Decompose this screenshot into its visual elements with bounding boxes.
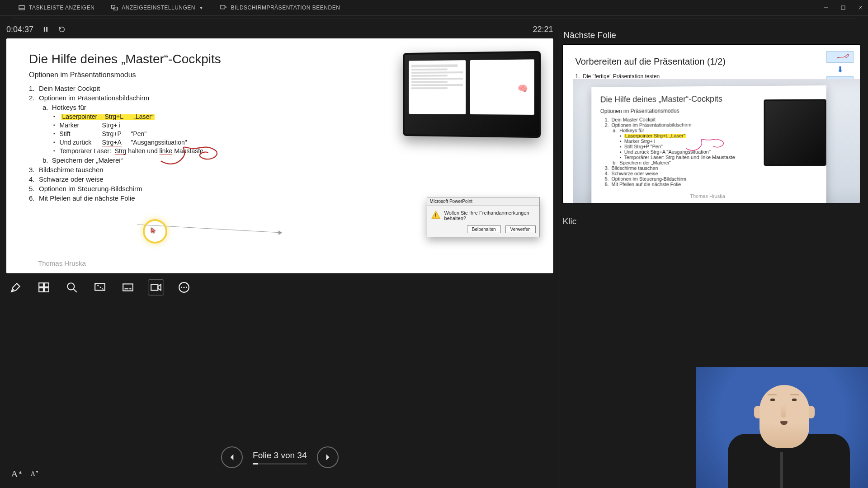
display-settings-label: ANZEIGEEINSTELLUNGEN [122,5,195,11]
slide-navigator: Folie 3 von 34 [6,446,553,480]
down-arrow-icon: ⬇ [826,65,854,75]
top-menu-bar: TASKLEISTE ANZEIGEN ANZEIGEEINSTELLUNGEN… [0,0,868,16]
pen-tool-button[interactable] [8,280,24,295]
svg-point-29 [183,286,184,288]
end-slideshow-button[interactable]: BILDSCHIRMPRÄSENTATION BEENDEN [212,4,348,11]
slide-counter-label: Folie 3 von 34 [253,450,307,460]
timer-row: 0:04:37 22:21 [6,20,553,38]
dialog-keep-button[interactable]: Beibehalten [467,225,501,233]
more-options-button[interactable] [176,280,192,295]
svg-rect-14 [435,216,436,217]
elapsed-time: 0:04:37 [6,25,33,34]
ink-annotations-dialog: Microsoft PowerPoint Wollen Sie Ihre Fre… [427,197,540,237]
zoom-slide-button[interactable] [64,280,80,295]
brain-icon: 🧠 [517,84,528,94]
dialog-title: Microsoft PowerPoint [427,197,539,206]
subtitle-toggle-button[interactable] [120,280,136,295]
restart-timer-button[interactable] [58,25,66,33]
next-slide-heading: Nächste Folie [564,30,860,40]
svg-rect-17 [44,283,49,287]
decrease-font-button[interactable]: A▼ [31,470,39,482]
next-slide-preview[interactable]: Vorbereiten auf die Präsentation (1/2) 1… [563,45,860,203]
svg-point-20 [67,283,74,290]
svg-rect-9 [44,27,45,32]
svg-line-21 [73,289,77,292]
svg-rect-10 [46,27,47,32]
svg-rect-0 [19,5,24,9]
embedded-monitor-photo: Die Hilfe deines „Master“-Cockpits Optio… [573,79,860,203]
chevron-down-icon: ▼ [199,5,203,10]
notes-font-size-controls: A▲ A▼ [11,468,39,480]
end-slideshow-label: BILDSCHIRMPRÄSENTATION BEENDEN [231,5,340,11]
previous-slide-button[interactable] [221,446,243,468]
svg-rect-23 [123,284,133,291]
dialog-discard-button[interactable]: Verwerfen [505,225,536,233]
slide-progress-bar [253,463,307,465]
display-settings-button[interactable]: ANZEIGEEINSTELLUNGEN ▼ [103,4,212,11]
svg-rect-18 [39,288,43,292]
next-slide-title: Vorbereiten auf die Präsentation (1/2) [576,56,847,67]
slide-footer-author: Thomas Hruska [38,259,86,267]
presenter-view-screenshot: 🧠 [403,51,541,138]
dialog-message: Wollen Sie Ihre Freihandanmerkungen beha… [444,210,536,221]
see-all-slides-button[interactable] [36,280,52,295]
pen-annotation-scribble [155,142,231,169]
current-slide[interactable]: Die Hilfe deines „Master“-Cockpits Optio… [6,38,553,273]
next-slide-button[interactable] [317,446,339,468]
presenter-toolbar [6,273,553,301]
close-icon[interactable] [857,5,863,11]
svg-point-30 [186,286,187,288]
show-taskbar-label: TASKLEISTE ANZEIGEN [29,5,94,11]
svg-rect-16 [39,283,43,287]
exit-presentation-icon [220,4,227,11]
svg-point-28 [181,286,182,288]
black-screen-button[interactable] [92,280,108,295]
increase-font-button[interactable]: A▲ [11,468,23,480]
taskbar-icon [18,4,25,11]
presenter-webcam-feed[interactable] [696,367,868,488]
display-settings-icon [111,4,118,11]
show-taskbar-button[interactable]: TASKLEISTE ANZEIGEN [5,4,103,11]
svg-rect-6 [841,6,845,9]
notes-heading-truncated: Klic [563,216,860,226]
camera-toggle-button[interactable] [148,280,164,295]
cursor-icon [151,227,157,234]
maximize-icon[interactable] [840,5,846,11]
warning-icon [431,210,441,220]
clock-time: 22:21 [533,25,553,34]
svg-marker-12 [278,230,282,235]
svg-rect-4 [221,5,225,9]
svg-rect-26 [151,285,158,291]
pause-button[interactable] [42,25,50,33]
minimize-icon[interactable] [823,5,829,11]
svg-rect-19 [44,288,49,292]
svg-rect-13 [435,213,436,216]
